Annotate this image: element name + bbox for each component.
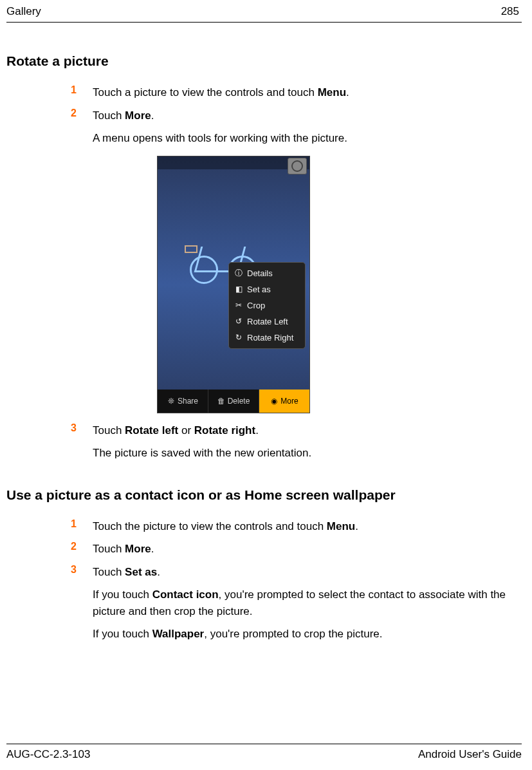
more-icon: ◉ [270, 397, 278, 405]
step-number: 3 [71, 564, 93, 576]
step-1: 1 Touch a picture to view the controls a… [71, 84, 522, 101]
crop-icon: ✂ [234, 301, 243, 310]
menu-item-setas[interactable]: ◧Set as [229, 281, 305, 297]
menu-item-details[interactable]: ⓘDetails [229, 265, 305, 281]
setas-icon: ◧ [234, 285, 243, 294]
step-number: 1 [71, 84, 93, 96]
step-number: 2 [71, 108, 93, 119]
embedded-screenshot: ⓘDetails ◧Set as ✂Crop ↺Rotate Left ↻Rot… [157, 156, 310, 413]
info-icon: ⓘ [234, 268, 243, 277]
section-heading-setas: Use a picture as a contact icon or as Ho… [6, 487, 522, 503]
step-text: Touch More. [93, 541, 154, 558]
menu-item-crop[interactable]: ✂Crop [229, 297, 305, 314]
step-text: Touch Set as. [93, 564, 160, 581]
step-note: A menu opens with tools for working with… [93, 130, 522, 147]
step-text: Touch More. [93, 108, 154, 124]
screenshot-topbar [158, 156, 309, 169]
step-text: Touch Rotate left or Rotate right. [93, 422, 259, 439]
section-heading-rotate: Rotate a picture [6, 53, 522, 69]
step-number: 3 [71, 422, 93, 434]
screenshot-toolbar: ❊Share 🗑Delete ◉More [158, 390, 309, 413]
step-text: Touch the picture to view the controls a… [93, 518, 358, 535]
step-note: The picture is saved with the new orient… [93, 445, 522, 462]
header-page-number: 285 [501, 5, 519, 18]
share-button[interactable]: ❊Share [158, 390, 208, 413]
step-2: 2 Touch More. [71, 108, 522, 124]
step-2: 2 Touch More. [71, 541, 522, 558]
step-number: 2 [71, 541, 93, 552]
rotate-left-icon: ↺ [234, 317, 243, 326]
menu-item-rotate-left[interactable]: ↺Rotate Left [229, 314, 305, 330]
header-left: Gallery [6, 5, 41, 18]
paragraph-wallpaper: If you touch Wallpaper, you're prompted … [93, 626, 522, 643]
trash-icon: 🗑 [217, 397, 225, 405]
footer-guide-title: Android User's Guide [418, 748, 522, 761]
footer-doc-id: AUG-CC-2.3-103 [6, 748, 90, 761]
step-3: 3 Touch Rotate left or Rotate right. [71, 422, 522, 439]
step-number: 1 [71, 518, 93, 530]
steps-rotate: 1 Touch a picture to view the controls a… [71, 84, 522, 462]
page-footer: AUG-CC-2.3-103 Android User's Guide [6, 744, 522, 761]
share-icon: ❊ [167, 397, 175, 405]
delete-button[interactable]: 🗑Delete [208, 390, 259, 413]
context-menu: ⓘDetails ◧Set as ✂Crop ↺Rotate Left ↻Rot… [228, 262, 306, 349]
steps-setas: 1 Touch the picture to view the controls… [71, 518, 522, 643]
page-header: Gallery 285 [6, 5, 522, 23]
step-3: 3 Touch Set as. [71, 564, 522, 581]
menu-item-rotate-right[interactable]: ↻Rotate Right [229, 330, 305, 346]
camera-icon [288, 158, 307, 174]
paragraph-contact-icon: If you touch Contact icon, you're prompt… [93, 587, 522, 619]
step-text: Touch a picture to view the controls and… [93, 84, 349, 101]
more-button[interactable]: ◉More [259, 390, 309, 413]
step-1: 1 Touch the picture to view the controls… [71, 518, 522, 535]
rotate-right-icon: ↻ [234, 333, 243, 342]
